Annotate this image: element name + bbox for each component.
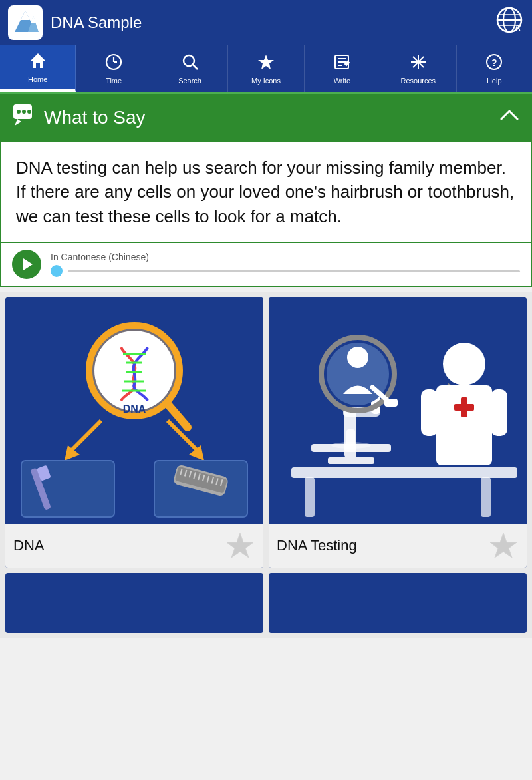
- svg-marker-30: [15, 119, 21, 126]
- svg-line-16: [193, 65, 198, 69]
- tab-write[interactable]: Write: [305, 45, 380, 92]
- audio-controls: In Cantonese (Chinese): [51, 252, 520, 277]
- top-bar: DNA Sample A: [0, 0, 532, 45]
- what-to-say-text: What to Say: [44, 107, 146, 128]
- write-icon: [333, 53, 350, 75]
- svg-point-31: [17, 110, 21, 114]
- card-dna-image: DNA: [5, 297, 263, 524]
- tab-resources[interactable]: Resources: [380, 45, 456, 92]
- card-dna-testing-label: DNA Testing: [277, 537, 357, 554]
- what-to-say-section: What to Say DNA testing can help us sear…: [0, 94, 532, 287]
- svg-point-32: [22, 110, 26, 114]
- tab-resources-label: Resources: [401, 77, 436, 85]
- audio-progress[interactable]: [51, 265, 520, 277]
- tab-home-label: Home: [28, 75, 47, 83]
- tab-search-label: Search: [178, 77, 201, 85]
- audio-language-label: In Cantonese (Chinese): [51, 252, 520, 262]
- tab-home[interactable]: Home: [0, 45, 76, 92]
- resources-icon: [410, 53, 427, 75]
- tab-help[interactable]: ? Help: [457, 45, 532, 92]
- svg-text:A: A: [515, 23, 521, 33]
- star-icon: [257, 53, 275, 75]
- svg-point-80: [443, 343, 485, 385]
- card-partial-right[interactable]: [269, 573, 527, 633]
- svg-marker-66: [227, 533, 253, 558]
- globe-language-icon[interactable]: A: [495, 5, 524, 41]
- svg-rect-88: [305, 477, 315, 517]
- search-icon: [182, 53, 199, 75]
- svg-point-74: [331, 442, 371, 449]
- tab-write-label: Write: [334, 77, 350, 85]
- tab-time[interactable]: Time: [76, 45, 152, 92]
- tab-myicons[interactable]: My Icons: [228, 45, 304, 92]
- play-button[interactable]: [12, 250, 41, 279]
- svg-rect-85: [421, 389, 438, 436]
- speech-bubble-icon: [12, 103, 36, 132]
- svg-rect-89: [481, 477, 491, 517]
- svg-point-33: [27, 110, 31, 114]
- card-dna-label: DNA: [13, 537, 44, 554]
- time-icon: [105, 53, 122, 75]
- app-title: DNA Sample: [51, 13, 142, 32]
- svg-rect-84: [461, 397, 467, 417]
- card-dna-testing[interactable]: DNA Testing: [269, 297, 527, 568]
- tab-myicons-label: My Icons: [251, 77, 281, 85]
- what-to-say-header: What to Say: [0, 94, 532, 141]
- svg-text:?: ?: [491, 57, 497, 68]
- svg-rect-86: [491, 389, 507, 436]
- home-icon: [29, 52, 47, 73]
- svg-marker-11: [31, 53, 45, 68]
- nav-tabs: Home Time Search My Icons: [0, 45, 532, 94]
- svg-rect-69: [328, 457, 374, 464]
- svg-marker-17: [258, 55, 274, 69]
- help-icon: ?: [485, 53, 503, 75]
- favorite-star-icon[interactable]: [225, 530, 255, 561]
- tab-time-label: Time: [106, 77, 122, 85]
- audio-progress-dot: [51, 265, 63, 277]
- tab-help-label: Help: [487, 77, 502, 85]
- favorite-star-dna-testing-icon[interactable]: [488, 530, 519, 561]
- card-dna-footer: DNA: [5, 524, 263, 568]
- app-branding: DNA Sample: [8, 5, 142, 40]
- card-partial-left[interactable]: [5, 573, 263, 633]
- card-grid: DNA: [0, 292, 532, 638]
- card-dna-testing-footer: DNA Testing: [269, 524, 527, 568]
- svg-rect-87: [291, 467, 517, 478]
- tab-search[interactable]: Search: [152, 45, 228, 92]
- what-to-say-title-group: What to Say: [12, 103, 146, 132]
- chevron-up-icon[interactable]: [499, 104, 520, 130]
- card-dna[interactable]: DNA: [5, 297, 263, 568]
- svg-point-77: [347, 347, 368, 368]
- main-text-content: DNA testing can help us search for your …: [0, 141, 532, 243]
- card-dna-testing-image: [269, 297, 527, 524]
- svg-text:DNA: DNA: [123, 403, 146, 415]
- app-logo: [8, 5, 43, 40]
- audio-track: [68, 270, 520, 272]
- audio-player: In Cantonese (Chinese): [0, 243, 532, 287]
- svg-point-15: [184, 55, 194, 66]
- svg-marker-90: [490, 533, 517, 558]
- svg-rect-79: [384, 399, 398, 407]
